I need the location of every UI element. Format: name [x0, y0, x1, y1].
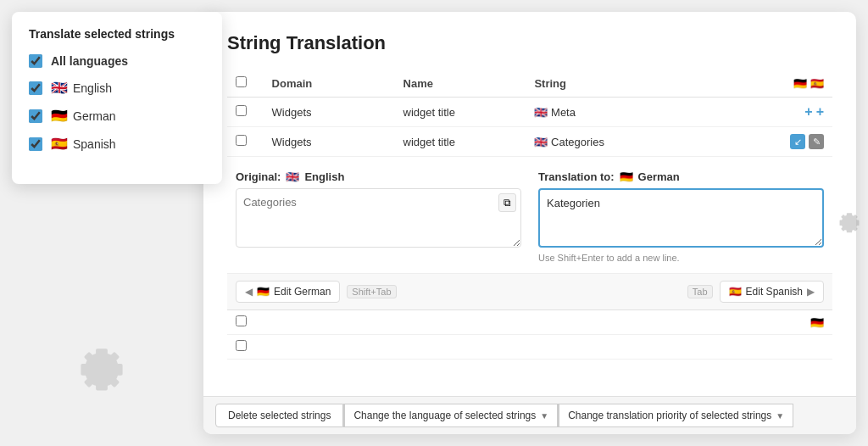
translation-expanded-row: Original: 🇬🇧 English ⧉: [227, 157, 832, 310]
spanish-flag-btn: 🇪🇸: [729, 286, 742, 298]
target-title: Translation to: 🇩🇪 German: [538, 170, 824, 183]
table-row: Widgets widget title 🇬🇧 Categories ↙ ✎: [227, 127, 832, 157]
row2-domain: Widgets: [264, 127, 395, 157]
gear-icon-right[interactable]: [837, 209, 861, 237]
change-language-caret-icon: ▼: [540, 411, 548, 421]
header-flags: 🇩🇪 🇪🇸: [745, 70, 832, 98]
translation-cell: Original: 🇬🇧 English ⧉: [227, 157, 832, 310]
panel-title: Translate selected strings: [29, 27, 205, 41]
spanish-lang-item[interactable]: 🇪🇸 Spanish: [29, 136, 205, 152]
translation-panel: Original: 🇬🇧 English ⧉: [227, 157, 832, 273]
row2-actions: ↙ ✎: [745, 127, 832, 157]
german-flag: 🇩🇪: [51, 108, 68, 124]
source-textarea: [236, 188, 521, 248]
row1-string: 🇬🇧 Meta: [526, 98, 744, 127]
table-row: [227, 335, 832, 360]
all-languages-item[interactable]: All languages: [29, 54, 205, 68]
spanish-label: 🇪🇸 Spanish: [51, 136, 116, 152]
row1-add-spanish[interactable]: +: [816, 104, 824, 120]
target-label: Translation to:: [538, 170, 615, 183]
next-arrow-icon: ▶: [807, 286, 815, 298]
copy-source-button[interactable]: ⧉: [498, 193, 516, 212]
english-checkbox[interactable]: [29, 81, 42, 95]
row1-add-german[interactable]: +: [804, 104, 812, 120]
target-flag-icon: 🇩🇪: [620, 170, 633, 183]
translation-hint: Use Shift+Enter to add a new line.: [538, 253, 824, 263]
german-flag-btn: 🇩🇪: [257, 286, 270, 298]
change-priority-caret-icon: ▼: [776, 411, 784, 421]
tab-kbd: Tab: [687, 285, 713, 298]
bottom-toolbar: Delete selected strings Change the langu…: [203, 396, 856, 434]
target-col: Translation to: 🇩🇪 German Kategorien Use…: [538, 170, 824, 263]
change-language-button[interactable]: Change the language of selected strings …: [344, 404, 558, 427]
select-all-checkbox[interactable]: [236, 76, 247, 87]
header-string: String: [526, 70, 744, 98]
source-lang-name: English: [304, 170, 344, 183]
row1-check[interactable]: [227, 98, 264, 127]
row-flag-de: 🇩🇪: [810, 316, 824, 329]
string-table: Domain Name String 🇩🇪 🇪🇸 Widgets: [227, 70, 832, 360]
edit-german-prev-button[interactable]: ◀ 🇩🇪 Edit German: [236, 281, 340, 303]
spanish-flag-header: 🇪🇸: [810, 77, 824, 90]
german-label: 🇩🇪 German: [51, 108, 116, 124]
row2-name: widget title: [395, 127, 526, 157]
page-title: String Translation: [227, 32, 832, 54]
english-label: 🇬🇧 English: [51, 80, 112, 96]
source-title: Original: 🇬🇧 English: [236, 170, 521, 183]
edit-spanish-next-button[interactable]: 🇪🇸 Edit Spanish ▶: [720, 281, 824, 303]
change-language-label: Change the language of selected strings: [353, 410, 536, 421]
all-languages-label: All languages: [51, 54, 128, 68]
translation-cols: Original: 🇬🇧 English ⧉: [236, 170, 824, 263]
row2-check[interactable]: [227, 127, 264, 157]
translation-nav-actions: ◀ 🇩🇪 Edit German Shift+Tab Tab 🇪🇸: [227, 273, 832, 309]
german-checkbox[interactable]: [29, 109, 42, 123]
english-lang-item[interactable]: 🇬🇧 English: [29, 80, 205, 96]
source-col: Original: 🇬🇧 English ⧉: [236, 170, 521, 263]
translate-languages-panel: Translate selected strings All languages…: [12, 12, 222, 184]
row2-string: 🇬🇧 Categories: [526, 127, 744, 157]
gear-icon-background: [76, 341, 127, 395]
header-domain: Domain: [264, 70, 395, 98]
table-row: 🇩🇪: [227, 310, 832, 335]
header-checkbox-col: [227, 70, 264, 98]
edit-spanish-label: Edit Spanish: [746, 286, 803, 298]
all-languages-checkbox[interactable]: [29, 54, 42, 68]
table-header-row: Domain Name String 🇩🇪 🇪🇸: [227, 70, 832, 98]
header-name: Name: [395, 70, 526, 98]
delete-selected-button[interactable]: Delete selected strings: [215, 404, 343, 427]
table-row: Widgets widget title 🇬🇧 Meta + +: [227, 98, 832, 127]
main-panel: String Translation Domain Name String 🇩🇪…: [203, 12, 856, 434]
translation-textarea[interactable]: Kategorien: [538, 188, 824, 248]
english-flag: 🇬🇧: [51, 80, 68, 96]
source-label: Original:: [236, 170, 281, 183]
row1-domain: Widgets: [264, 98, 395, 127]
row1-actions: + +: [745, 98, 832, 127]
target-lang-name: German: [638, 170, 680, 183]
row1-name: widget title: [395, 98, 526, 127]
german-flag-header: 🇩🇪: [793, 77, 807, 90]
edit-german-label: Edit German: [274, 286, 331, 298]
source-flag-icon: 🇬🇧: [286, 170, 299, 183]
shift-tab-kbd: Shift+Tab: [347, 285, 396, 298]
row2-pencil-icon[interactable]: ✎: [809, 134, 824, 149]
row2-flag: 🇬🇧: [534, 136, 548, 148]
spanish-flag: 🇪🇸: [51, 136, 68, 152]
spanish-checkbox[interactable]: [29, 137, 42, 151]
main-content: String Translation Domain Name String 🇩🇪…: [203, 12, 856, 396]
prev-arrow-icon: ◀: [245, 286, 253, 298]
row2-edit-icon[interactable]: ↙: [790, 134, 805, 149]
change-priority-label: Change translation priority of selected …: [568, 410, 771, 421]
change-priority-button[interactable]: Change translation priority of selected …: [559, 404, 793, 427]
row1-flag: 🇬🇧: [534, 106, 548, 119]
german-lang-item[interactable]: 🇩🇪 German: [29, 108, 205, 124]
